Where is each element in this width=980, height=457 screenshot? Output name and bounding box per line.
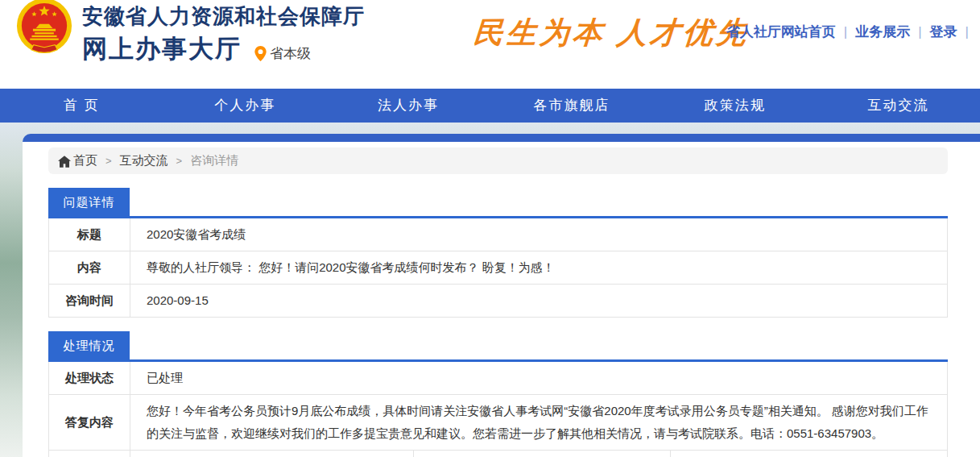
table-row-status: 处理状态 已处理 [49, 362, 947, 395]
breadcrumb-home[interactable]: 首页 [73, 153, 97, 168]
nav-item-interaction[interactable]: 互动交流 [817, 89, 980, 123]
breadcrumb: 首页 > 互动交流 > 咨询详情 [48, 147, 948, 174]
nav-item-corporate[interactable]: 法人办事 [327, 89, 490, 123]
reply-time-label: 答复时间 [413, 451, 671, 457]
location-pin-icon [254, 46, 267, 61]
brand: 安徽省人力资源和社会保障厅 网上办事大厅 省本级 [14, 2, 365, 66]
nav-item-city-stores[interactable]: 各市旗舰店 [490, 89, 653, 123]
region-label: 省本级 [270, 44, 311, 63]
row-value: 2020-09-15 [130, 285, 947, 317]
site-titles: 安徽省人力资源和社会保障厅 网上办事大厅 省本级 [82, 2, 365, 66]
breadcrumb-separator: > [176, 155, 183, 167]
breadcrumb-separator: > [105, 155, 112, 167]
header-link-business[interactable]: 业务展示 [855, 24, 910, 39]
link-separator: | [966, 24, 969, 39]
header-link-login[interactable]: 登录 [930, 24, 957, 39]
reply-time-value: 2020-09-17 11:41:47 [671, 451, 947, 457]
link-separator: | [918, 24, 921, 39]
breadcrumb-item-interaction[interactable]: 互动交流 [120, 153, 168, 168]
national-emblem-icon [14, 0, 74, 58]
row-label: 处理状态 [49, 362, 130, 394]
link-separator: | [844, 24, 847, 39]
site-header: 安徽省人力资源和社会保障厅 网上办事大厅 省本级 民生为本 人才优先 省人社厅网… [0, 0, 980, 89]
header-links: 省人社厅网站首页|业务展示|登录| [726, 23, 977, 41]
breadcrumb-current: 咨询详情 [190, 153, 238, 168]
question-table: 标题 2020安徽省考成绩 内容 尊敬的人社厅领导： 您好！请问2020安徽省考… [48, 218, 948, 318]
status-value: 已处理 [130, 362, 947, 394]
row-value: 2020安徽省考成绩 [130, 218, 947, 251]
org-name: 安徽省人力资源和社会保障厅 [82, 2, 365, 31]
content-panel: 首页 > 互动交流 > 咨询详情 问题详情 标题 2020安徽省考成绩 内容 尊… [23, 134, 980, 457]
row-label: 标题 [49, 218, 130, 251]
reply-content: 您好！今年省考公务员预计9月底公布成绩，具体时间请关注安徽省人事考试网“安徽省2… [130, 395, 947, 450]
table-row-reply: 答复内容 您好！今年省考公务员预计9月底公布成绩，具体时间请关注安徽省人事考试网… [49, 395, 947, 451]
section-tab-handling: 处理情况 [48, 331, 130, 359]
page-background: 首页 > 互动交流 > 咨询详情 问题详情 标题 2020安徽省考成绩 内容 尊… [0, 123, 980, 457]
table-row-title: 标题 2020安徽省考成绩 [49, 218, 947, 251]
panel-top-bar [23, 134, 980, 142]
dept-label: 受理部门 [49, 451, 130, 457]
handling-table: 处理状态 已处理 答复内容 您好！今年省考公务员预计9月底公布成绩，具体时间请关… [48, 362, 948, 457]
slogan-calligraphy: 民生为本 人才优先 [472, 13, 751, 53]
table-row-content: 内容 尊敬的人社厅领导： 您好！请问2020安徽省考成绩何时发布？ 盼复！为感！ [49, 251, 947, 285]
nav-item-personal[interactable]: 个人办事 [163, 89, 327, 123]
section-tab-question: 问题详情 [48, 188, 130, 216]
row-label: 内容 [49, 251, 130, 284]
table-row-ask-time: 咨询时间 2020-09-15 [49, 285, 947, 318]
dept-value: 省人事考试院 [130, 451, 413, 457]
hall-name: 网上办事大厅 [82, 32, 242, 66]
region-selector[interactable]: 省本级 [254, 44, 311, 63]
header-link-site-home[interactable]: 省人社厅网站首页 [726, 24, 836, 39]
nav-item-policy[interactable]: 政策法规 [653, 89, 817, 123]
home-icon [58, 156, 71, 168]
row-value: 尊敬的人社厅领导： 您好！请问2020安徽省考成绩何时发布？ 盼复！为感！ [130, 251, 947, 284]
row-label: 咨询时间 [49, 285, 130, 317]
row-label: 答复内容 [49, 395, 130, 450]
main-nav: 首 页 个人办事 法人办事 各市旗舰店 政策法规 互动交流 [0, 89, 980, 123]
table-row-dept-time: 受理部门 省人事考试院 答复时间 2020-09-17 11:41:47 [49, 451, 947, 457]
nav-item-home[interactable]: 首 页 [0, 89, 163, 123]
